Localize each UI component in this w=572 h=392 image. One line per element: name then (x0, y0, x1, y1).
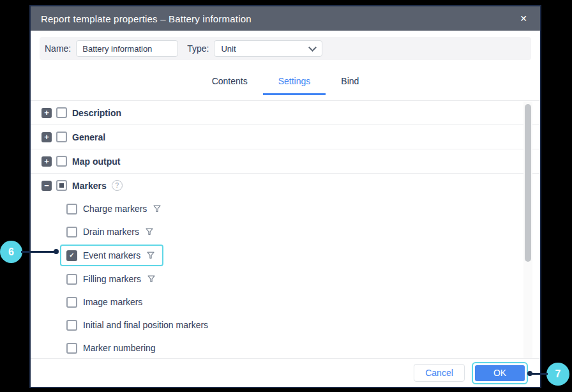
group-checkbox-description[interactable] (56, 107, 67, 118)
name-input[interactable] (76, 40, 178, 57)
callout-dot-6 (54, 249, 59, 254)
expand-icon[interactable]: + (41, 108, 52, 118)
expand-icon[interactable]: + (41, 132, 52, 142)
chevron-down-icon (309, 43, 317, 52)
item-label: Event markers (83, 250, 140, 260)
group-label: General (72, 132, 105, 142)
tree-group-general: +General (31, 125, 540, 149)
callout-line-6 (21, 251, 55, 253)
type-label: Type: (187, 43, 209, 54)
tree-item-initial-and-final-position-markers: Initial and final position markers (31, 313, 540, 336)
callout-badge-6: 6 (0, 241, 22, 263)
scrollbar-thumb[interactable] (525, 104, 531, 262)
item-label: Marker numbering (83, 343, 156, 353)
tab-contents[interactable]: Contents (197, 70, 263, 95)
tab-settings[interactable]: Settings (263, 70, 326, 95)
item-checkbox-image-markers[interactable] (66, 297, 77, 308)
item-checkbox-marker-numbering[interactable] (66, 343, 77, 354)
tabs: ContentsSettingsBind (31, 70, 540, 95)
tree-item-marker-numbering: Marker numbering (31, 336, 540, 359)
tree-item-image-markers: Image markers (31, 290, 540, 313)
filter-icon[interactable] (153, 205, 161, 213)
ok-button[interactable]: OK (475, 365, 525, 381)
report-template-properties-dialog: Report template properties – Battery inf… (29, 5, 541, 388)
item-label: Drain markers (83, 227, 139, 237)
group-label: Markers (72, 181, 107, 191)
type-select-value: Unit (221, 44, 236, 54)
item-label: Filling markers (83, 274, 141, 284)
filter-icon[interactable] (147, 275, 155, 283)
tree-group-description: +Description (31, 101, 540, 125)
dialog-header: Report template properties – Battery inf… (31, 6, 540, 31)
dialog-title: Report template properties – Battery inf… (41, 13, 517, 24)
settings-tree: +Description+General+Map output−Markers?… (31, 100, 540, 359)
callout-dot-7 (527, 371, 532, 376)
dialog-footer: Cancel OK (31, 358, 540, 387)
group-label: Map output (72, 156, 120, 167)
expand-icon[interactable]: + (41, 156, 52, 167)
filter-icon[interactable] (146, 228, 153, 236)
ok-button-highlight: OK (472, 362, 528, 384)
callout-line-7 (531, 373, 548, 375)
tree-group-map-output: +Map output (31, 149, 540, 174)
group-label: Description (72, 108, 121, 118)
item-label: Initial and final position markers (83, 320, 208, 330)
type-select[interactable]: Unit (214, 40, 322, 57)
group-checkbox-map-output[interactable] (56, 156, 67, 167)
close-icon[interactable]: ✕ (517, 12, 530, 25)
item-checkbox-drain-markers[interactable] (66, 227, 77, 237)
help-icon[interactable]: ? (112, 180, 123, 191)
group-checkbox-general[interactable] (56, 132, 67, 142)
name-type-bar: Name: Type: Unit (40, 37, 531, 60)
tab-bind[interactable]: Bind (326, 70, 374, 95)
callout-badge-7: 7 (546, 363, 569, 386)
tree-group-markers: −Markers? (31, 174, 540, 197)
tree-item-filling-markers: Filling markers (31, 268, 540, 290)
item-label: Charge markers (83, 204, 147, 214)
item-checkbox-charge-markers[interactable] (66, 204, 77, 215)
tree-item-event-markers: ✓Event markers (31, 243, 540, 268)
highlight-box: ✓Event markers (60, 245, 163, 266)
indeterminate-mark (59, 183, 64, 188)
item-checkbox-initial-and-final-position-markers[interactable] (66, 320, 77, 331)
cancel-button[interactable]: Cancel (414, 364, 465, 382)
tree-item-charge-markers: Charge markers (31, 197, 540, 220)
item-checkbox-event-markers[interactable]: ✓ (66, 250, 77, 261)
screen: Report template properties – Battery inf… (0, 0, 572, 392)
item-checkbox-filling-markers[interactable] (66, 274, 77, 285)
tree-item-drain-markers: Drain markers (31, 220, 540, 243)
scrollbar-track[interactable] (523, 102, 532, 359)
name-label: Name: (45, 43, 71, 54)
group-checkbox-markers[interactable] (56, 180, 67, 191)
item-label: Image markers (83, 297, 142, 307)
collapse-icon[interactable]: − (41, 181, 52, 191)
check-icon: ✓ (69, 252, 74, 259)
filter-icon[interactable] (147, 252, 154, 259)
